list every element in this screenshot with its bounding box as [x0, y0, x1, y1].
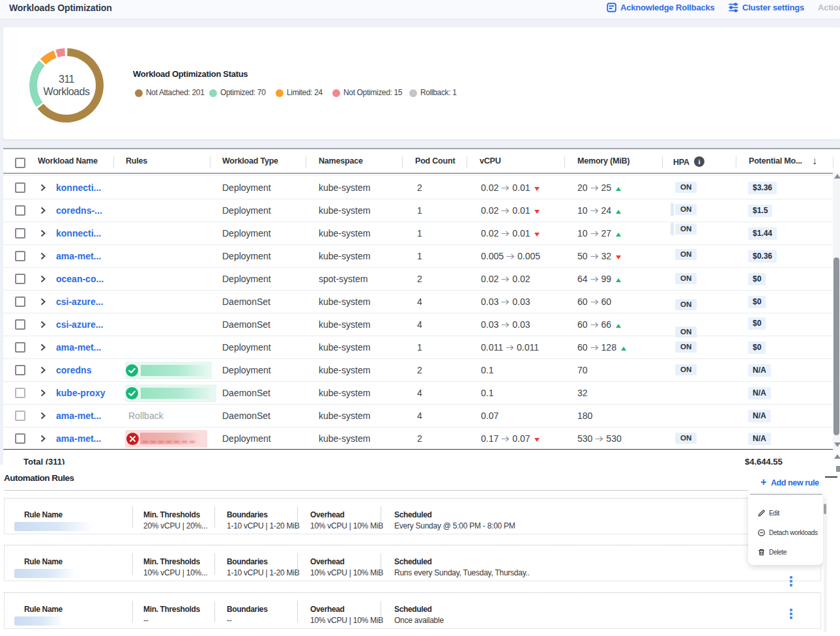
svg-text:i: i — [698, 158, 700, 166]
